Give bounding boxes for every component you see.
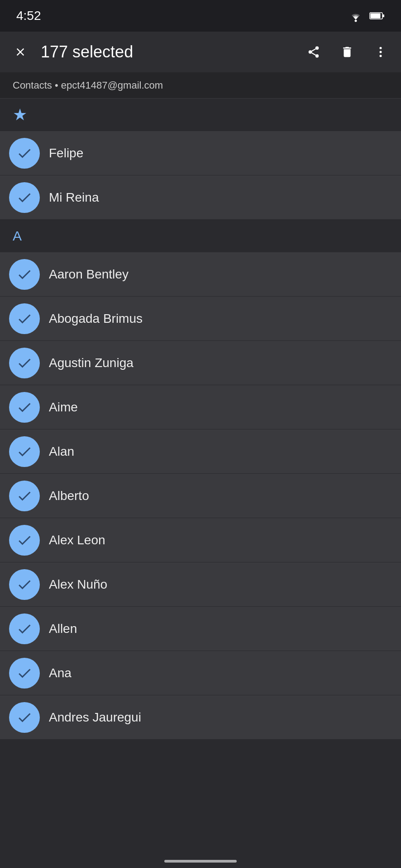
contact-item[interactable]: Mi Reina [0,175,401,220]
status-bar: 4:52 [0,0,401,32]
account-bar: Contacts • epct41487@gmail.com [0,72,401,99]
contact-name: Allen [49,622,77,636]
contact-avatar [9,392,40,423]
contact-name: Abogada Brimus [49,311,143,326]
svg-point-0 [355,20,357,22]
contact-name: Andres Jauregui [49,710,141,725]
contact-item[interactable]: Andres Jauregui [0,695,401,740]
contact-name: Alberto [49,489,89,503]
home-indicator [164,860,237,863]
contact-avatar [9,259,40,290]
status-time: 4:52 [16,9,41,23]
contact-item[interactable]: Allen [0,607,401,651]
contact-item[interactable]: Alberto [0,474,401,518]
contact-name: Felipe [49,146,83,160]
selected-count: 177 selected [41,42,133,61]
action-bar-left: 177 selected [9,41,295,63]
contact-item[interactable]: Ana [0,651,401,695]
battery-icon [369,11,385,20]
contact-name: Alex Leon [49,533,105,547]
contact-item[interactable]: Abogada Brimus [0,297,401,341]
contact-avatar [9,436,40,467]
section-header-a: A [0,220,401,252]
status-icons [348,9,385,22]
contact-name: Aime [49,400,78,415]
contact-list: ★ Felipe Mi Reina A [0,99,401,740]
contact-avatar [9,569,40,600]
star-icon: ★ [13,105,27,124]
wifi-icon [348,9,364,22]
contact-name: Aaron Bentley [49,267,129,282]
action-bar: 177 selected [0,32,401,72]
close-button[interactable] [9,41,32,63]
contact-avatar [9,658,40,689]
svg-rect-3 [371,14,381,19]
share-button[interactable] [302,41,325,63]
action-bar-right [302,41,392,63]
contact-name: Mi Reina [49,190,99,205]
contact-avatar [9,525,40,556]
svg-point-5 [380,51,382,53]
contact-avatar [9,348,40,378]
contact-item[interactable]: Alex Nuño [0,562,401,607]
svg-point-4 [380,47,382,49]
contact-item[interactable]: Aaron Bentley [0,252,401,297]
contact-avatar [9,613,40,644]
contact-item[interactable]: Felipe [0,131,401,175]
contact-name: Agustin Zuniga [49,356,134,370]
contact-avatar [9,303,40,334]
svg-rect-2 [382,14,384,17]
contact-item[interactable]: Aime [0,385,401,429]
svg-point-6 [380,55,382,57]
contact-name: Ana [49,666,72,680]
contact-name: Alex Nuño [49,577,107,592]
contact-avatar [9,481,40,511]
contact-avatar [9,138,40,169]
contact-item[interactable]: Alex Leon [0,518,401,562]
contact-name: Alan [49,444,74,459]
account-label: Contacts • epct41487@gmail.com [13,80,163,91]
section-letter-A: A [13,228,22,244]
section-header-starred: ★ [0,99,401,131]
contact-item[interactable]: Agustin Zuniga [0,341,401,385]
contact-item[interactable]: Alan [0,429,401,474]
contact-avatar [9,702,40,733]
contact-avatar [9,182,40,213]
more-options-button[interactable] [369,41,392,63]
delete-button[interactable] [336,41,358,63]
